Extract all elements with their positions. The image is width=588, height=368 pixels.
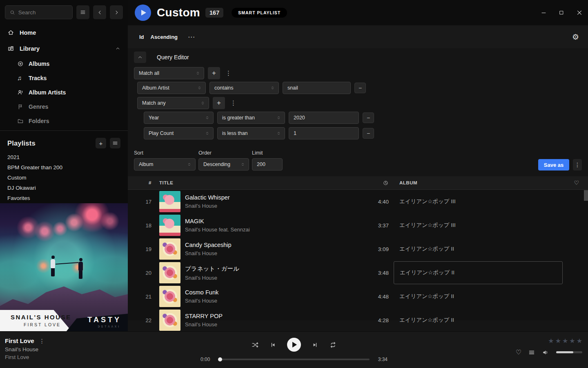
seek-handle[interactable] bbox=[218, 357, 222, 361]
table-row[interactable]: 22 STARRY POP Snail's House 4:28 エイリアン☆ポ… bbox=[128, 308, 588, 332]
sort-select[interactable]: Album bbox=[134, 158, 196, 171]
rule-value-input[interactable] bbox=[289, 112, 359, 124]
more-options-button[interactable]: ⋯ bbox=[188, 33, 196, 41]
remove-rule-button[interactable]: − bbox=[363, 128, 374, 139]
track-album-focused-cell[interactable]: エイリアン☆ポップ II bbox=[394, 261, 563, 284]
group-menu-button[interactable]: ⋮ bbox=[224, 70, 233, 77]
rule-field-select[interactable]: Year bbox=[144, 112, 214, 124]
order-select[interactable]: Descending bbox=[198, 158, 249, 171]
menu-button[interactable] bbox=[76, 5, 89, 19]
table-row[interactable]: 20 プラネット・ガール Snail's House 3:48 エイリアン☆ポッ… bbox=[128, 261, 588, 285]
chevron-up-icon bbox=[115, 46, 120, 51]
favorite-button[interactable]: ♡ bbox=[516, 348, 521, 356]
rule-value-input[interactable] bbox=[289, 127, 359, 139]
search-input[interactable] bbox=[18, 9, 68, 16]
gear-icon[interactable]: ⚙ bbox=[572, 33, 579, 41]
sidebar-item-home[interactable]: Home bbox=[0, 25, 128, 40]
subgroup-match-type-select[interactable]: Match any bbox=[137, 97, 209, 109]
previous-button[interactable] bbox=[270, 341, 276, 348]
sidebar-item-folders[interactable]: Folders bbox=[0, 114, 128, 128]
play-pause-button[interactable] bbox=[287, 338, 301, 352]
add-rule-button[interactable]: + bbox=[208, 67, 220, 79]
table-scrollbar-thumb[interactable] bbox=[584, 190, 588, 201]
maximize-icon bbox=[559, 10, 564, 16]
search-box[interactable] bbox=[5, 5, 73, 19]
play-icon bbox=[141, 10, 146, 16]
star-icon[interactable]: ★ bbox=[555, 337, 561, 345]
sidebar-item-albums[interactable]: Albums bbox=[0, 56, 128, 71]
column-title[interactable]: TITLE bbox=[154, 180, 361, 185]
volume-fill bbox=[556, 351, 573, 353]
rule-field-select[interactable]: Album Artist bbox=[137, 82, 206, 94]
sidebar-item-genres[interactable]: Genres bbox=[0, 99, 128, 114]
collapse-query-editor-button[interactable] bbox=[134, 52, 146, 63]
rule-operator-select[interactable]: contains bbox=[209, 82, 279, 94]
column-favorite[interactable]: ♡ bbox=[565, 180, 588, 186]
now-playing-title[interactable]: First Love bbox=[5, 337, 34, 344]
playlist-item[interactable]: Favorites bbox=[0, 193, 128, 203]
shuffle-button[interactable] bbox=[251, 341, 259, 349]
track-album-art bbox=[159, 191, 180, 212]
star-icon[interactable]: ★ bbox=[569, 337, 575, 345]
playlist-item[interactable]: 2021 bbox=[0, 152, 128, 162]
limit-input[interactable] bbox=[252, 158, 283, 171]
star-icon[interactable]: ★ bbox=[577, 337, 582, 345]
now-playing-album-art[interactable]: SNAIL'S HOUSE FIRST LOVE TASTY ЭSTΛΛXI bbox=[0, 203, 128, 331]
limit-label: Limit bbox=[252, 150, 283, 156]
rule-value-input[interactable] bbox=[283, 82, 351, 94]
sidebar-item-album-artists[interactable]: Album Artists bbox=[0, 85, 128, 99]
remove-rule-button[interactable]: − bbox=[354, 83, 366, 93]
volume-button[interactable] bbox=[542, 349, 549, 356]
table-row[interactable]: 17 Galactic Whisper Snail's House 4:40 エ… bbox=[128, 190, 588, 213]
query-menu-button[interactable]: ⋮ bbox=[573, 159, 582, 171]
match-type-select[interactable]: Match all bbox=[134, 67, 204, 79]
minimize-button[interactable] bbox=[537, 7, 550, 18]
star-icon[interactable]: ★ bbox=[562, 337, 568, 345]
order-label: Order bbox=[198, 150, 249, 156]
repeat-button[interactable] bbox=[329, 341, 337, 349]
sort-order-button[interactable]: Ascending bbox=[151, 34, 178, 40]
sort-field-button[interactable]: Id bbox=[139, 34, 144, 40]
track-album-art bbox=[159, 310, 180, 331]
now-playing-menu-button[interactable]: ⋮ bbox=[39, 338, 45, 344]
close-button[interactable] bbox=[573, 7, 586, 18]
now-playing-artist[interactable]: Snail's House bbox=[5, 346, 45, 352]
rule-field-select[interactable]: Play Count bbox=[144, 127, 214, 139]
subgroup-menu-button[interactable]: ⋮ bbox=[229, 99, 238, 107]
maximize-button[interactable] bbox=[555, 7, 568, 18]
table-row[interactable]: 18 MAGIK Snail's House feat. Sennzai 3:3… bbox=[128, 213, 588, 237]
playlist-list-button[interactable] bbox=[110, 138, 120, 148]
remove-rule-button[interactable]: − bbox=[363, 112, 374, 123]
table-row[interactable]: 19 Candy Spaceship Snail's House 3:09 エイ… bbox=[128, 237, 588, 261]
rule-operator-select[interactable]: is less than bbox=[217, 127, 285, 139]
playlist-item[interactable]: Custom bbox=[0, 173, 128, 183]
app-window: Home Library Albums ♫ Tracks Album Artis… bbox=[0, 0, 588, 368]
sidebar-item-label: Albums bbox=[29, 61, 49, 67]
table-row[interactable]: 21 Cosmo Funk Snail's House 4:48 エイリアン☆ポ… bbox=[128, 285, 588, 308]
play-playlist-button[interactable] bbox=[135, 4, 151, 21]
queue-button[interactable] bbox=[528, 349, 535, 356]
track-title: Cosmo Funk bbox=[180, 289, 361, 296]
nav-back-button[interactable] bbox=[93, 5, 106, 19]
sidebar-nav: Home Library Albums ♫ Tracks Album Artis… bbox=[0, 25, 128, 128]
rating-stars[interactable]: ★ ★ ★ ★ ★ bbox=[548, 337, 582, 345]
playlist-item[interactable]: BPM Greater than 200 bbox=[0, 162, 128, 173]
seek-bar[interactable] bbox=[218, 359, 370, 360]
star-icon[interactable]: ★ bbox=[548, 337, 554, 345]
sidebar-item-tracks[interactable]: ♫ Tracks bbox=[0, 71, 128, 85]
column-index[interactable]: # bbox=[128, 180, 154, 185]
column-duration[interactable] bbox=[361, 180, 394, 186]
now-playing-album[interactable]: First Love bbox=[5, 354, 45, 360]
playlist-item[interactable]: DJ Okawari bbox=[0, 183, 128, 193]
track-album: エイリアン☆ポップ II bbox=[394, 285, 563, 308]
volume-slider[interactable] bbox=[556, 351, 582, 353]
next-button[interactable] bbox=[312, 341, 318, 348]
nav-forward-button[interactable] bbox=[110, 5, 123, 19]
column-album[interactable]: ALBUM bbox=[394, 180, 565, 185]
sidebar-item-library[interactable]: Library bbox=[0, 40, 128, 56]
track-artist: Snail's House bbox=[180, 250, 361, 256]
add-playlist-button[interactable]: + bbox=[96, 138, 106, 148]
save-as-button[interactable]: Save as bbox=[538, 159, 569, 171]
add-subrule-button[interactable]: + bbox=[213, 97, 225, 109]
rule-operator-select[interactable]: is greater than bbox=[217, 112, 285, 124]
